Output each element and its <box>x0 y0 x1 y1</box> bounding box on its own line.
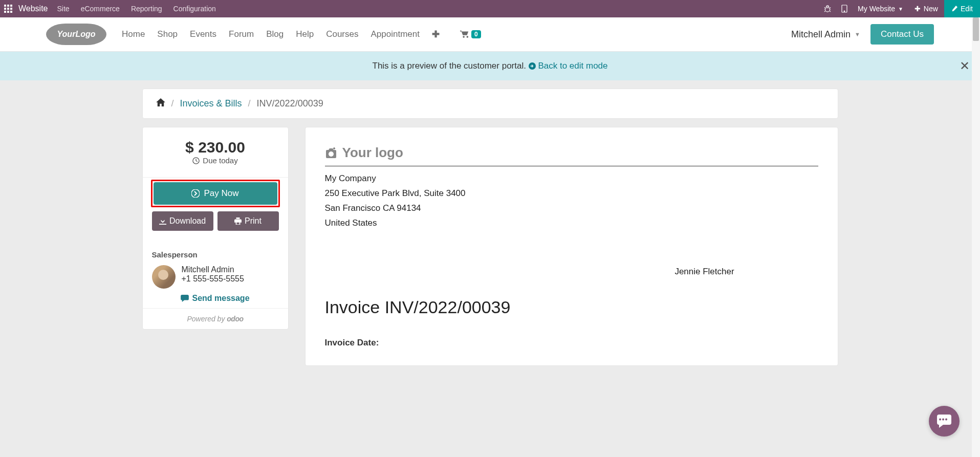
my-website-label: My Website <box>858 5 895 13</box>
invoice-sidebar: $ 230.00 Due today Pay Now Download <box>142 127 289 330</box>
svg-rect-1 <box>7 5 9 7</box>
cart-button[interactable]: 0 <box>460 30 481 38</box>
breadcrumb-sep: / <box>171 98 174 109</box>
app-brand[interactable]: Website <box>18 4 48 13</box>
download-button[interactable]: Download <box>152 211 213 231</box>
svg-rect-4 <box>7 8 9 10</box>
menu-reporting[interactable]: Reporting <box>131 5 162 13</box>
svg-point-12 <box>191 189 200 198</box>
avatar <box>152 265 176 289</box>
nav-courses[interactable]: Courses <box>326 29 358 39</box>
nav-blog[interactable]: Blog <box>266 29 284 39</box>
invoice-document: Your logo My Company 250 Executive Park … <box>305 127 838 366</box>
invoice-logo-text: Your logo <box>342 145 403 161</box>
preview-banner: This is a preview of the customer portal… <box>0 52 980 80</box>
invoice-title: Invoice INV/2022/00039 <box>325 297 818 317</box>
clock-icon <box>192 157 200 164</box>
menu-configuration[interactable]: Configuration <box>173 5 216 13</box>
company-country: United States <box>325 216 818 231</box>
nav-add-icon[interactable]: ✚ <box>432 29 440 40</box>
salesperson-phone: +1 555-555-5555 <box>182 274 244 284</box>
company-name: My Company <box>325 171 818 186</box>
breadcrumb-invoices[interactable]: Invoices & Bills <box>180 98 242 109</box>
pencil-icon <box>951 6 957 12</box>
close-banner-button[interactable]: ✕ <box>960 59 970 73</box>
scrollbar-thumb[interactable] <box>973 17 979 41</box>
bug-icon[interactable] <box>819 0 836 17</box>
salesperson-name: Mitchell Admin <box>182 265 244 274</box>
svg-rect-2 <box>10 5 12 7</box>
home-icon[interactable] <box>156 98 165 109</box>
topbar-menu: Site eCommerce Reporting Configuration <box>57 5 216 13</box>
edit-label: Edit <box>961 5 973 13</box>
new-label: New <box>924 5 938 13</box>
caret-down-icon: ▼ <box>855 31 860 37</box>
pay-now-button[interactable]: Pay Now <box>154 182 277 205</box>
svg-rect-3 <box>4 8 6 10</box>
breadcrumb-current: INV/2022/00039 <box>257 98 323 109</box>
arrow-circle-right-icon <box>191 189 200 198</box>
user-name: Mitchell Admin <box>791 29 851 40</box>
cart-icon <box>460 30 469 38</box>
amount-value: $ 230.00 <box>152 139 279 156</box>
new-button[interactable]: ✚ New <box>908 5 944 13</box>
svg-rect-7 <box>7 11 9 13</box>
breadcrumb-sep: / <box>248 98 251 109</box>
back-to-edit-label: Back to edit mode <box>538 61 607 71</box>
apps-icon[interactable] <box>4 5 12 13</box>
powered-by: Powered by odoo <box>143 308 288 329</box>
svg-rect-5 <box>10 8 12 10</box>
svg-rect-0 <box>4 5 6 7</box>
svg-point-10 <box>844 11 845 12</box>
edit-button[interactable]: Edit <box>944 0 980 17</box>
salesperson-label: Salesperson <box>152 250 279 259</box>
send-message-label: Send message <box>192 294 249 303</box>
invoice-date-label: Invoice Date: <box>325 338 818 348</box>
nav-shop[interactable]: Shop <box>157 29 178 39</box>
site-header: YourLogo Home Shop Events Forum Blog Hel… <box>0 17 980 52</box>
nav-appointment[interactable]: Appointment <box>371 29 419 39</box>
due-label: Due today <box>203 156 237 165</box>
nav-help[interactable]: Help <box>296 29 314 39</box>
app-topbar: Website Site eCommerce Reporting Configu… <box>0 0 980 17</box>
scrollbar[interactable] <box>972 17 980 374</box>
plus-icon: ✚ <box>914 5 921 13</box>
pay-now-label: Pay Now <box>204 188 238 199</box>
download-label: Download <box>169 216 206 226</box>
print-button[interactable]: Print <box>217 211 279 231</box>
preview-text: This is a preview of the customer portal… <box>373 61 529 71</box>
svg-rect-6 <box>4 11 6 13</box>
camera-icon <box>325 147 337 159</box>
chat-icon <box>181 295 189 302</box>
send-message-link[interactable]: Send message <box>152 294 279 303</box>
company-address: My Company 250 Executive Park Blvd, Suit… <box>325 171 818 231</box>
menu-ecommerce[interactable]: eCommerce <box>81 5 120 13</box>
customer-name: Jennie Fletcher <box>591 267 818 277</box>
print-icon <box>234 217 242 225</box>
breadcrumb: / Invoices & Bills / INV/2022/00039 <box>142 89 838 119</box>
user-menu[interactable]: Mitchell Admin ▼ <box>791 29 860 40</box>
nav-home[interactable]: Home <box>122 29 145 39</box>
contact-us-button[interactable]: Contact Us <box>870 24 934 45</box>
nav-events[interactable]: Events <box>190 29 216 39</box>
svg-rect-8 <box>10 11 12 13</box>
my-website-dropdown[interactable]: My Website ▼ <box>853 5 908 13</box>
back-to-edit-link[interactable]: Back to edit mode <box>529 61 608 71</box>
company-city: San Francisco CA 94134 <box>325 201 818 216</box>
cart-count: 0 <box>471 30 481 38</box>
print-label: Print <box>245 216 262 226</box>
site-logo[interactable]: YourLogo <box>46 24 106 45</box>
download-icon <box>159 217 166 225</box>
arrow-right-icon <box>529 62 536 70</box>
site-nav: Home Shop Events Forum Blog Help Courses… <box>122 29 440 40</box>
nav-forum[interactable]: Forum <box>229 29 254 39</box>
menu-site[interactable]: Site <box>57 5 70 13</box>
pay-now-highlight: Pay Now <box>151 180 280 207</box>
invoice-logo-placeholder[interactable]: Your logo <box>325 145 818 166</box>
company-street: 250 Executive Park Blvd, Suite 3400 <box>325 186 818 201</box>
mobile-icon[interactable] <box>836 0 853 17</box>
odoo-brand: odoo <box>227 315 243 323</box>
caret-down-icon: ▼ <box>898 6 903 12</box>
